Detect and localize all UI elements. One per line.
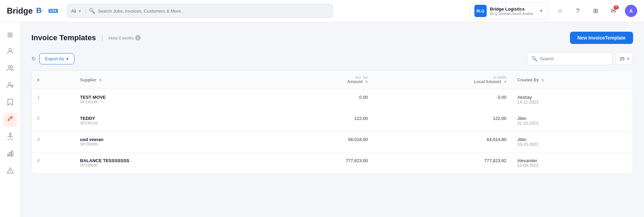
cell-amount: 56,018.00 <box>267 131 373 153</box>
company-chevron-icon: ▼ <box>539 9 543 13</box>
apps-btn[interactable]: ⊞ <box>589 5 602 17</box>
table: # Supplier ⇅ Incl. Tax Amount ⇅ in (SAR)… <box>32 71 633 173</box>
sidebar-item-dashboard[interactable]: ⊞ <box>3 28 17 42</box>
add-person-icon <box>6 82 14 90</box>
per-page-select[interactable]: 25 ⬍ <box>616 52 633 65</box>
search-dropdown[interactable]: All ▼ <box>71 9 86 14</box>
search-dropdown-label: All <box>71 9 76 14</box>
table-row[interactable]: 3 usd veeran SP230099 56,018.00 64,014.8… <box>32 131 633 153</box>
how-it-works-text: How it works <box>109 35 134 41</box>
supplier-code: SP230149 <box>80 100 262 104</box>
company-logo: BLQ <box>474 5 487 17</box>
svg-point-17 <box>10 172 11 172</box>
created-by-name: Jibin <box>517 116 627 121</box>
global-search-input[interactable] <box>98 9 329 14</box>
sidebar: ⊞ <box>0 22 20 217</box>
cell-local-amount: 64,014.80 <box>373 131 512 153</box>
sidebar-item-person[interactable] <box>3 45 17 59</box>
created-by-sort-icon: ⇅ <box>541 78 544 82</box>
anchor-icon <box>7 133 14 142</box>
toolbar: ↻ Export As ▾ 🔍 25 ⬍ <box>31 52 633 65</box>
created-by-name: Akshay <box>517 95 627 100</box>
svg-point-3 <box>9 48 12 51</box>
cell-local-amount: 777,823.92 <box>373 153 512 174</box>
invoice-templates-table: # Supplier ⇅ Incl. Tax Amount ⇅ in (SAR)… <box>31 71 633 174</box>
sidebar-item-chart[interactable] <box>3 147 17 161</box>
star-icon: ☆ <box>557 7 563 15</box>
created-date: 14-12-2023 <box>517 100 627 105</box>
cell-supplier: usd veeran SP230099 <box>75 131 268 153</box>
supplier-name: BALANCE TESSSSSSS <box>80 158 262 163</box>
svg-rect-12 <box>8 154 9 156</box>
refresh-icon[interactable]: ↻ <box>31 56 36 62</box>
cell-amount: 0.00 <box>267 89 373 110</box>
company-sub: BLQ Jeddah,Saudi Arabia <box>490 12 533 16</box>
sidebar-item-add-person[interactable] <box>3 79 17 93</box>
supplier-code: SP230099 <box>80 142 262 146</box>
table-search-input[interactable] <box>540 56 608 61</box>
company-logo-text: BLQ <box>476 9 484 13</box>
bookmark-icon <box>7 98 13 108</box>
chart-icon <box>7 150 14 158</box>
table-body: 1 TEST MOVE SP230149 0.00 0.00 Akshay 14… <box>32 89 633 174</box>
table-row[interactable]: 1 TEST MOVE SP230149 0.00 0.00 Akshay 14… <box>32 89 633 110</box>
cell-created-by: Jibin 10-10-2023 <box>512 131 633 153</box>
local-amount-sort-icon: ⇅ <box>504 80 506 84</box>
cell-num: 3 <box>32 131 75 153</box>
logo-text: Bridge <box>7 6 33 16</box>
help-btn[interactable]: ? <box>572 5 584 17</box>
body-wrapper: ⊞ <box>0 22 644 217</box>
table-row[interactable]: 4 BALANCE TESSSSSSS SP230090 777,823.00 … <box>32 153 633 174</box>
created-by-name: Jibin <box>517 137 627 142</box>
cell-local-amount: 122.00 <box>373 110 512 131</box>
how-it-works-link[interactable]: How it works i <box>109 35 141 41</box>
edit-icon <box>7 116 14 124</box>
col-amount[interactable]: Incl. Tax Amount ⇅ <box>267 71 373 89</box>
logo-area: B Bridge B ~ LITE <box>7 6 58 16</box>
created-date: 31-10-2023 <box>517 121 627 126</box>
nav-right: BLQ Bridge Logistics BLQ Jeddah,Saudi Ar… <box>469 2 637 19</box>
supplier-name: usd veeran <box>80 137 262 142</box>
created-date: 10-10-2023 <box>517 142 627 147</box>
main-content: Invoice Templates | How it works i New I… <box>20 22 644 217</box>
cell-num: 4 <box>32 153 75 174</box>
cell-created-by: Akshay 14-12-2023 <box>512 89 633 110</box>
company-card[interactable]: BLQ Bridge Logistics BLQ Jeddah,Saudi Ar… <box>469 2 548 19</box>
col-created-by[interactable]: Created By ⇅ <box>512 71 633 89</box>
company-name: Bridge Logistics <box>490 6 533 12</box>
table-search-icon: 🔍 <box>531 56 537 61</box>
col-supplier[interactable]: Supplier ⇅ <box>75 71 268 89</box>
amount-col-sub: Incl. Tax <box>273 76 368 79</box>
help-icon: ? <box>576 7 579 15</box>
logo-badge: LITE <box>48 9 58 13</box>
cell-amount: 777,823.00 <box>267 153 373 174</box>
sidebar-item-anchor[interactable] <box>3 130 17 144</box>
per-page-chevron-icon: ⬍ <box>627 57 629 61</box>
new-invoice-template-btn[interactable]: New InvoiceTemplate <box>570 32 633 44</box>
cell-num: 2 <box>32 110 75 131</box>
created-by-name: Alexander <box>517 158 627 163</box>
sidebar-item-alert[interactable] <box>3 164 17 178</box>
alert-icon <box>7 167 14 175</box>
sidebar-item-edit[interactable] <box>3 113 17 127</box>
company-info: Bridge Logistics BLQ Jeddah,Saudi Arabia <box>490 6 533 16</box>
supplier-name: TEDDY <box>80 116 262 121</box>
export-btn[interactable]: Export As ▾ <box>39 53 74 64</box>
avatar-text: A <box>629 8 633 14</box>
col-local-amount[interactable]: in (SAR) Local Amount ⇅ <box>373 71 512 89</box>
page-title: Invoice Templates <box>31 33 96 42</box>
svg-rect-13 <box>10 152 11 156</box>
sidebar-item-bookmark[interactable] <box>3 96 17 110</box>
table-row[interactable]: 2 TEDDY SP230126 122.00 122.00 Jibin 31-… <box>32 110 633 131</box>
supplier-code: SP230090 <box>80 163 262 167</box>
sidebar-item-group[interactable] <box>3 62 17 76</box>
svg-point-5 <box>10 65 13 68</box>
table-search-box: 🔍 <box>527 52 613 65</box>
cell-supplier: TEDDY SP230126 <box>75 110 268 131</box>
notifications-btn[interactable]: ✉ 7 <box>607 5 619 17</box>
favorites-btn[interactable]: ☆ <box>554 5 566 17</box>
svg-text:~: ~ <box>40 7 44 14</box>
cell-local-amount: 0.00 <box>373 89 512 110</box>
per-page-value: 25 <box>620 56 625 61</box>
user-avatar[interactable]: A <box>625 5 637 17</box>
